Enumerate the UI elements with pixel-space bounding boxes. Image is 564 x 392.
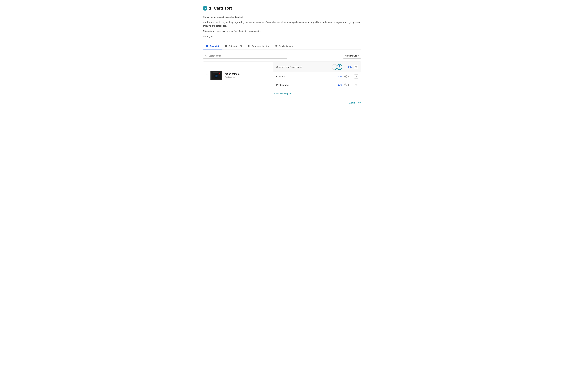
category-row: Photography 13% 4 xyxy=(273,81,361,89)
sort-label: Sort: Default xyxy=(345,55,357,57)
category-percent-0: 47% xyxy=(344,66,352,68)
page-header: 1. Card sort xyxy=(203,6,361,11)
card-categories-count: 7 categories xyxy=(225,76,270,78)
svg-rect-2 xyxy=(206,46,207,47)
svg-text:14: 14 xyxy=(339,67,340,68)
svg-rect-23 xyxy=(213,72,218,73)
lyssna-logo: Lyssna≋ xyxy=(203,100,361,104)
show-all-button[interactable]: ▾ Show all categories xyxy=(271,92,293,95)
card-name: Action camera xyxy=(225,73,270,75)
svg-rect-3 xyxy=(207,46,208,47)
svg-point-7 xyxy=(250,46,250,47)
search-icon xyxy=(205,55,207,57)
svg-point-5 xyxy=(250,45,250,46)
drag-handle-icon[interactable] xyxy=(206,73,208,77)
tabs-container: Cards 28 Categories 77 Agreement matrix xyxy=(203,43,361,49)
tab-similarity[interactable]: Similarity matrix xyxy=(272,43,297,49)
show-all-label: Show all categories xyxy=(273,92,293,95)
svg-rect-14 xyxy=(206,75,207,75)
card-left: Action camera 7 categories xyxy=(203,62,273,89)
card-thumbnail xyxy=(211,71,222,80)
sort-dropdown[interactable]: Sort: Default ▾ xyxy=(343,53,361,59)
tab-cards-label: Cards 28 xyxy=(210,45,219,47)
svg-line-11 xyxy=(207,56,207,57)
tab-agreement-label: Agreement matrix xyxy=(252,45,269,47)
category-users-2: 4 xyxy=(344,84,352,86)
search-input[interactable] xyxy=(209,55,285,57)
description-line3: This activity should take around 10-15 m… xyxy=(203,29,361,33)
svg-point-9 xyxy=(276,45,277,46)
svg-rect-13 xyxy=(207,74,208,74)
svg-text:👤: 👤 xyxy=(339,65,340,67)
show-all-container: ▾ Show all categories xyxy=(203,92,361,95)
categories-tab-icon xyxy=(225,45,227,47)
category-percent-1: 27% xyxy=(335,75,342,78)
tab-agreement[interactable]: Agreement matrix xyxy=(245,43,272,49)
chevron-down-icon: ▾ xyxy=(358,55,359,57)
users-count-2: 4 xyxy=(348,84,349,86)
filter-button-2[interactable] xyxy=(354,83,358,87)
search-sort-row: Sort: Default ▾ xyxy=(203,53,361,59)
category-name-1: Cameras xyxy=(276,75,335,78)
description-line2: For this test, we'd like your help organ… xyxy=(203,21,361,28)
category-percent-2: 13% xyxy=(335,84,342,86)
card-sort-icon xyxy=(203,6,207,11)
category-row: Cameras 27% 8 xyxy=(273,72,361,81)
users-count-1: 8 xyxy=(348,75,349,78)
svg-rect-0 xyxy=(206,45,207,46)
tab-categories[interactable]: Categories 77 xyxy=(222,43,245,49)
description-line4: Thank you! xyxy=(203,35,361,38)
description-line1: Thank you for taking this card sorting t… xyxy=(203,15,361,19)
card-right: Cameras and Accessories 👤 14 47% xyxy=(273,62,361,89)
filter-button-1[interactable] xyxy=(354,74,358,79)
similarity-tab-icon xyxy=(275,45,278,47)
progress-circle-2: 👤 14 xyxy=(336,64,343,70)
tab-categories-label: Categories 77 xyxy=(228,45,242,47)
svg-point-24 xyxy=(219,73,220,74)
logo-suffix: ≋ xyxy=(359,101,361,104)
svg-point-6 xyxy=(248,46,249,47)
page-title: 1. Card sort xyxy=(209,6,232,11)
svg-rect-17 xyxy=(207,76,208,76)
user-icon-2 xyxy=(344,84,347,86)
cards-tab-icon xyxy=(206,45,208,47)
tab-similarity-label: Similarity matrix xyxy=(279,45,295,47)
description-section: Thank you for taking this card sorting t… xyxy=(203,15,361,38)
svg-point-25 xyxy=(216,75,216,76)
category-name-0: Cameras and Accessories xyxy=(276,66,331,68)
search-box[interactable] xyxy=(203,53,288,59)
category-users-1: 8 xyxy=(344,75,352,78)
user-icon-1 xyxy=(344,75,347,78)
svg-rect-1 xyxy=(207,45,208,46)
chevron-down-show-icon: ▾ xyxy=(271,92,273,95)
svg-rect-12 xyxy=(206,74,207,74)
card-info: Action camera 7 categories xyxy=(225,73,270,78)
category-row: Cameras and Accessories 👤 14 47% xyxy=(273,62,361,72)
agreement-tab-icon xyxy=(248,45,251,47)
card-row: Action camera 7 categories Cameras and A… xyxy=(203,61,361,89)
logo-text: Lyssna≋ xyxy=(349,100,361,104)
svg-rect-15 xyxy=(207,75,208,75)
category-name-2: Photography xyxy=(276,84,335,86)
filter-button-0[interactable] xyxy=(354,65,358,69)
tab-cards[interactable]: Cards 28 xyxy=(203,43,222,49)
progress-circles: 👤 14 xyxy=(331,64,343,70)
svg-rect-16 xyxy=(206,76,207,76)
svg-point-4 xyxy=(248,45,249,46)
